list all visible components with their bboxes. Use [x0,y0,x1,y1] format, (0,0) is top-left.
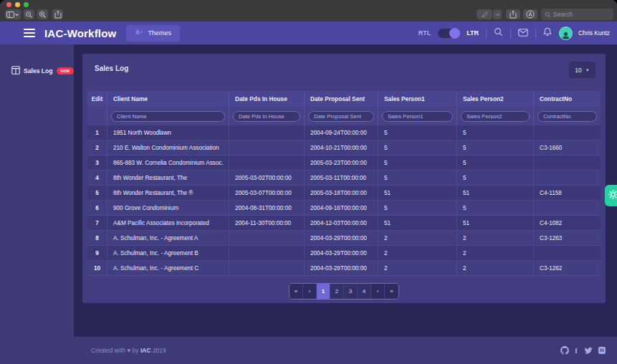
filter-cell [229,107,305,125]
table-cell: 6 [87,201,107,215]
pagination-button[interactable]: 3 [344,284,358,299]
filter-cell [378,107,457,125]
table-cell: A. Schulman, Inc. - Agreement B [107,246,229,260]
chrome-search-field[interactable] [541,9,613,20]
circle-arrow-button[interactable] [523,9,537,19]
minimize-window-button[interactable] [15,2,20,7]
sidebar-item-sales-log[interactable]: Sales Log new [0,44,74,77]
header-search-button[interactable] [494,27,503,39]
table-cell: C4-1082 [534,216,601,230]
divider [535,28,536,39]
table-row[interactable]: 6900 Grove Condominium2004-08-31T00:00:0… [87,201,601,216]
sidebar-toggle-button[interactable] [5,9,21,19]
table-cell [229,125,305,140]
table-cell: 2 [457,231,534,245]
browser-chrome [0,0,617,21]
zoom-out-button[interactable] [24,9,34,19]
messages-button[interactable] [518,27,528,39]
twitter-icon[interactable] [583,347,593,355]
table-cell: C3-1262 [534,261,601,275]
table-cell: 8th Wonder Restaurant, The ® [107,186,229,200]
column-header[interactable]: Sales Person1 [378,91,457,107]
table-cell: 5 [457,201,534,215]
user-avatar[interactable] [559,27,573,40]
filter-input[interactable] [233,111,300,122]
user-name[interactable]: Chris Kuntz [578,29,610,37]
table-cell: 9 [87,246,107,260]
table-row[interactable]: 9A. Schulman, Inc. - Agreement B2004-03-… [87,246,601,261]
edit-dropdown-button[interactable] [493,9,502,19]
table-header-row: Edit Client Name Date Pds In House Date … [87,91,601,107]
pagination-button[interactable]: 1 [317,284,330,299]
droplet-icon [135,27,143,39]
table-cell: 5 [378,201,457,215]
filter-cell [305,107,378,125]
heart-icon: ♥ [127,347,130,354]
table-cell [534,201,601,215]
zoom-window-button[interactable] [24,2,29,7]
table-cell: 5 [378,171,457,185]
table-row[interactable]: 7A&M Pacific Associates Incorporated2004… [87,216,601,231]
column-header[interactable]: Client Name [107,91,229,107]
hamburger-menu-button[interactable] [24,29,35,37]
github-icon[interactable] [560,346,569,355]
column-header[interactable]: Date Proposal Sent [305,91,378,107]
chrome-search-input[interactable] [553,11,610,18]
table-cell [534,171,601,185]
envelope-icon [518,27,528,39]
table-row[interactable]: 3865-883 W. Cornelia Condominium Assoc.2… [87,155,601,171]
table-cell: A. Schulman, Inc. - Agreement A [107,231,229,245]
close-window-button[interactable] [6,2,11,7]
column-header[interactable]: ContractNo [534,91,601,107]
column-header[interactable]: Edit [87,91,107,107]
filter-input[interactable] [461,111,530,122]
table-row[interactable]: 48th Wonder Restaurant, The2005-03-02T00… [87,171,601,186]
pagination-group: «‹1234›» [289,283,399,300]
filter-input[interactable] [382,111,453,122]
linkedin-icon[interactable]: in [598,347,606,354]
filter-input[interactable] [111,111,225,122]
pagination-button[interactable]: « [290,284,303,299]
table-cell: 51 [457,186,534,200]
share-page-button[interactable] [506,9,520,19]
table-icon [11,64,20,77]
filter-input[interactable] [308,111,374,122]
themes-button[interactable]: Themes [126,25,180,42]
table-cell: 51 [378,186,457,200]
table-cell: 5 [87,186,107,200]
app-header: IAC-Workflow Themes RTL LTR Chris [0,21,617,44]
footer-year: 2019 [153,347,166,354]
table-cell: A. Schulman, Inc. - Agreement C [107,261,229,275]
toggle-knob [449,28,460,39]
filter-input[interactable] [537,111,597,122]
column-header[interactable]: Date Pds In House [229,91,305,107]
edit-pencil-button[interactable] [477,9,492,19]
footer-prefix: Created with [91,347,125,354]
theme-settings-fab[interactable] [605,185,617,206]
footer: Created with ♥ by IAC 2019 f in [74,337,617,364]
pagination-button[interactable]: » [385,284,398,299]
share-button[interactable] [52,9,63,19]
table-cell: 865-883 W. Cornelia Condominium Assoc. [107,155,229,170]
table-row[interactable]: 8A. Schulman, Inc. - Agreement A2004-03-… [87,231,601,246]
table-cell: 210 E. Walton Condominium Association [107,140,229,155]
facebook-icon[interactable]: f [575,347,578,355]
notifications-button[interactable] [543,27,552,39]
pagination-button[interactable]: › [371,284,385,299]
rtl-ltr-toggle[interactable] [438,29,459,38]
table-cell: 5 [378,140,457,155]
table-row[interactable]: 58th Wonder Restaurant, The ®2005-03-07T… [87,186,601,201]
table-cell [534,125,601,140]
zoom-in-button[interactable] [37,9,48,19]
pagination-button[interactable]: 2 [330,284,344,299]
column-header[interactable]: Sales Person2 [457,91,534,107]
pagination-button[interactable]: 4 [358,284,371,299]
gear-icon [605,189,617,203]
table-cell: 2004-09-24T00:00:00 [305,125,378,140]
table-row[interactable]: 10A. Schulman, Inc. - Agreement C2004-03… [87,261,601,276]
table-row[interactable]: 11951 North Woodlawn2004-09-24T00:00:005… [87,125,601,140]
pagination-button[interactable]: ‹ [303,284,317,299]
table-row[interactable]: 2210 E. Walton Condominium Association20… [87,140,601,155]
table-cell: 5 [378,125,457,140]
page-size-select[interactable]: 10 ▼ [569,62,596,78]
